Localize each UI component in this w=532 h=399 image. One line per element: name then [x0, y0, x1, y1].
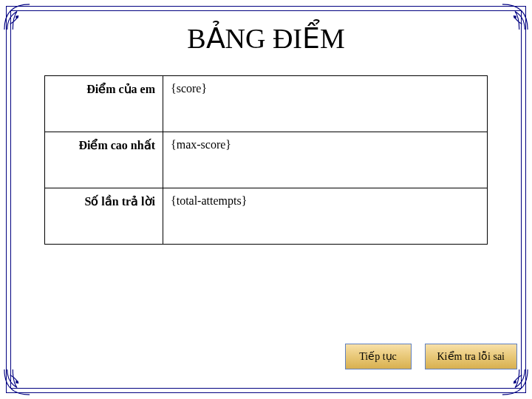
table-row: Điểm cao nhất {max-score}: [45, 132, 488, 188]
page-title: BẢNG ĐIỂM: [15, 22, 517, 55]
row-value-maxscore: {max-score}: [163, 132, 488, 188]
row-value-score: {score}: [163, 76, 488, 132]
review-errors-button[interactable]: Kiểm tra lỗi sai: [425, 344, 518, 369]
continue-button[interactable]: Tiếp tục: [345, 344, 412, 369]
score-table: Điểm của em {score} Điểm cao nhất {max-s…: [44, 75, 488, 245]
button-row: Tiếp tục Kiểm tra lỗi sai: [345, 344, 518, 369]
content-area: BẢNG ĐIỂM Điểm của em {score} Điểm cao n…: [15, 15, 517, 384]
row-label-score: Điểm của em: [45, 76, 163, 132]
row-value-attempts: {total-attempts}: [163, 188, 488, 245]
row-label-maxscore: Điểm cao nhất: [45, 132, 163, 188]
row-label-attempts: Số lần trả lời: [45, 188, 163, 245]
table-row: Điểm của em {score}: [45, 76, 488, 132]
table-row: Số lần trả lời {total-attempts}: [45, 188, 488, 245]
